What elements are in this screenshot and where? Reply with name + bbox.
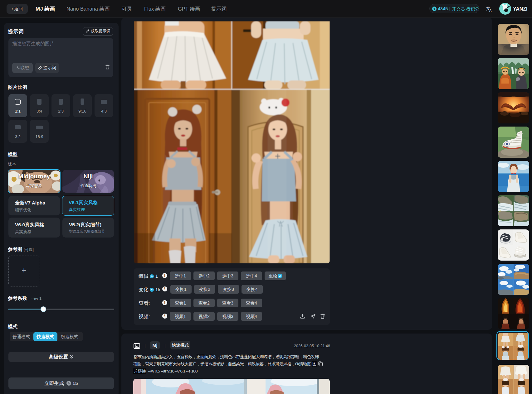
svg-text:A: A: [489, 9, 492, 12]
